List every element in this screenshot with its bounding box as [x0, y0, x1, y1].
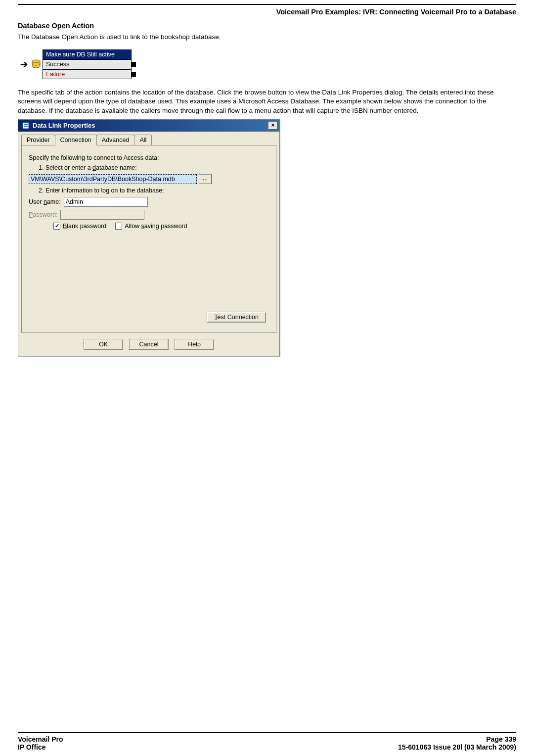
tab-strip: Provider Connection Advanced All [18, 132, 279, 145]
allow-saving-password-checkbox[interactable] [115, 223, 122, 230]
footer-left-line2: IP Office [18, 743, 46, 751]
dialog-title-icon [21, 121, 30, 130]
specify-label: Specify the following to connect to Acce… [29, 154, 269, 161]
help-button[interactable]: Help [175, 339, 214, 350]
password-input [60, 210, 144, 220]
flow-failure-out-node[interactable] [131, 72, 136, 77]
header-rule [18, 4, 516, 5]
blank-password-label: Blank password [63, 223, 106, 230]
password-label: Password: [29, 211, 57, 218]
database-name-input[interactable] [29, 174, 197, 184]
browse-button[interactable]: ... [199, 174, 212, 184]
arrow-right-icon: ➔ [18, 49, 30, 79]
blank-password-checkbox[interactable] [53, 223, 60, 230]
footer-left-line1: Voicemail Pro [18, 735, 63, 743]
password-row: Password: [29, 210, 269, 220]
footer-rule [18, 732, 516, 733]
footer-right-line1: Page 339 [486, 735, 516, 743]
step1-label: 1. Select or enter a database name: [39, 164, 269, 171]
database-name-row: ... [29, 174, 269, 184]
tab-panel-connection: Specify the following to connect to Acce… [21, 145, 276, 333]
checkbox-row: Blank password Allow saving password [53, 223, 269, 230]
dialog-title: Data Link Properties [33, 122, 268, 129]
flowchart: ➔ Make sure DB Still active Success Fail… [18, 49, 136, 79]
cancel-button[interactable]: Cancel [129, 339, 169, 350]
close-button[interactable]: × [268, 122, 277, 130]
data-link-properties-dialog: Data Link Properties × Provider Connecti… [18, 119, 280, 356]
database-icon [30, 49, 43, 79]
breadcrumb: Voicemail Pro Examples: IVR: Connecting … [18, 6, 516, 17]
intro-text: The Database Open Action is used to link… [18, 33, 516, 42]
tab-all[interactable]: All [134, 135, 152, 145]
tab-advanced[interactable]: Advanced [96, 135, 135, 145]
flow-success-out-node[interactable] [131, 62, 136, 67]
section-title: Database Open Action [18, 22, 516, 30]
username-label: User name: [29, 198, 61, 205]
dialog-titlebar[interactable]: Data Link Properties × [18, 120, 279, 132]
step2-label: 2. Enter information to log on to the da… [39, 187, 269, 194]
svg-rect-4 [24, 126, 28, 127]
flow-header-cell[interactable]: Make sure DB Still active [43, 49, 132, 59]
tab-provider[interactable]: Provider [21, 135, 55, 145]
dialog-button-row: OK Cancel Help [18, 333, 279, 356]
svg-rect-3 [24, 124, 28, 125]
flow-success-cell[interactable]: Success [43, 59, 132, 69]
page-footer: Voicemail Pro Page 339 IP Office 15-6010… [18, 732, 516, 751]
username-row: User name: [29, 197, 269, 207]
footer-right-line2: 15-601063 Issue 20l (03 March 2009) [398, 743, 516, 751]
flow-failure-cell[interactable]: Failure [43, 69, 132, 79]
test-connection-button[interactable]: Test Connection [207, 312, 266, 323]
tab-connection[interactable]: Connection [55, 135, 97, 145]
allow-saving-password-label: Allow saving password [125, 223, 187, 230]
username-input[interactable] [64, 197, 148, 207]
explanation-paragraph: The specific tab of the action contains … [18, 88, 516, 115]
ok-button[interactable]: OK [84, 339, 123, 350]
